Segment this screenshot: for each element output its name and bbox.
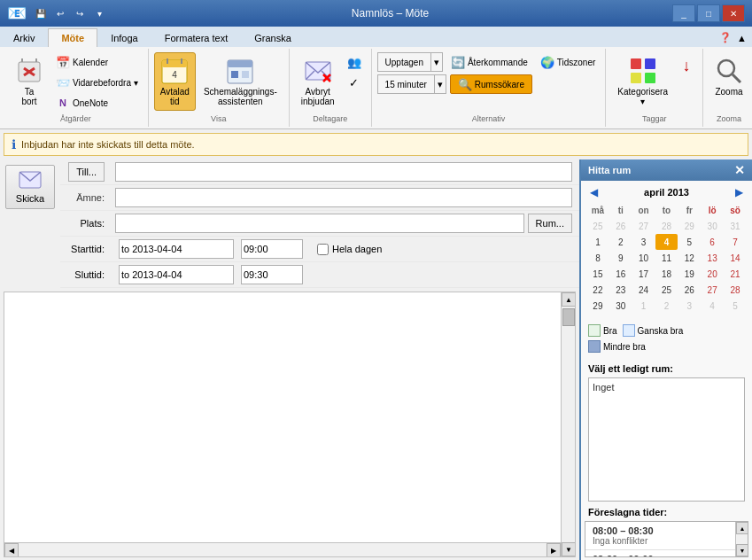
- onenote-btn[interactable]: N OneNote: [51, 93, 143, 113]
- cal-day-28[interactable]: 28: [724, 282, 747, 298]
- cal-day-30[interactable]: 30: [609, 298, 632, 314]
- tab-formatera[interactable]: Formatera text: [151, 28, 242, 47]
- cal-day-25a[interactable]: 25: [586, 218, 609, 234]
- cal-day-28a[interactable]: 28: [655, 218, 678, 234]
- aterkommande-btn[interactable]: 🔄 Återkommande: [446, 52, 532, 72]
- room-list[interactable]: Inget: [588, 377, 745, 502]
- scroll-down-btn[interactable]: ▼: [562, 542, 576, 556]
- cal-day-16[interactable]: 16: [609, 266, 632, 282]
- redo-qa-btn[interactable]: ↪: [71, 4, 89, 22]
- rumssokare-btn[interactable]: 🔍 Rumssökare: [450, 74, 532, 94]
- save-qa-btn[interactable]: 💾: [32, 4, 50, 22]
- amne-input[interactable]: [115, 188, 572, 207]
- undo-qa-btn[interactable]: ↩: [51, 4, 69, 22]
- room-list-item-inget[interactable]: Inget: [593, 382, 740, 393]
- cal-day-3[interactable]: 3: [632, 234, 655, 250]
- cal-day-7[interactable]: 7: [724, 234, 747, 250]
- cal-day-18[interactable]: 18: [655, 266, 678, 282]
- kontrollera-btn[interactable]: ✓: [343, 73, 366, 92]
- ta-bort-btn[interactable]: Tabort: [9, 52, 50, 111]
- cal-day-23[interactable]: 23: [609, 282, 632, 298]
- cal-day-1b[interactable]: 1: [632, 298, 655, 314]
- till-input[interactable]: [115, 162, 572, 182]
- tab-arkiv[interactable]: Arkiv: [0, 28, 48, 47]
- cal-day-29[interactable]: 29: [586, 298, 609, 314]
- cal-day-29a[interactable]: 29: [678, 218, 701, 234]
- cal-day-17[interactable]: 17: [632, 266, 655, 282]
- amne-row: Ämne:: [60, 185, 579, 211]
- end-date-select[interactable]: to 2013-04-04: [119, 265, 234, 284]
- cal-day-2[interactable]: 2: [609, 234, 632, 250]
- start-date-select[interactable]: to 2013-04-04: [119, 239, 234, 259]
- tidszoner-btn[interactable]: 🌍 Tidszoner: [536, 52, 601, 72]
- cal-day-27[interactable]: 27: [701, 282, 724, 298]
- cal-day-27a[interactable]: 27: [632, 218, 655, 234]
- end-time-select[interactable]: 09:30: [241, 265, 303, 284]
- cal-next-btn[interactable]: ▶: [732, 186, 747, 198]
- close-btn[interactable]: ✕: [722, 4, 745, 22]
- cal-day-12[interactable]: 12: [678, 250, 701, 266]
- cal-day-8[interactable]: 8: [586, 250, 609, 266]
- minuter-btn[interactable]: 15 minuter ▾: [377, 74, 446, 94]
- cal-day-1[interactable]: 1: [586, 234, 609, 250]
- flagga-btn[interactable]: ↓: [676, 52, 697, 80]
- avtalad-tid-btn[interactable]: 4 Avtaladtid: [154, 52, 196, 111]
- scroll-up-btn[interactable]: ▲: [562, 292, 576, 307]
- ribbon-group-zooma: Zooma Zooma: [703, 49, 752, 127]
- cal-day-3b[interactable]: 3: [678, 298, 701, 314]
- cal-day-24[interactable]: 24: [632, 282, 655, 298]
- side-panel-close-btn[interactable]: ✕: [734, 163, 745, 177]
- tab-granska[interactable]: Granska: [241, 28, 305, 47]
- cal-day-22[interactable]: 22: [586, 282, 609, 298]
- cal-day-20[interactable]: 20: [701, 266, 724, 282]
- cal-day-14[interactable]: 14: [724, 250, 747, 266]
- cal-day-9[interactable]: 9: [609, 250, 632, 266]
- sugg-scroll-up[interactable]: ▲: [736, 522, 748, 534]
- cal-day-15[interactable]: 15: [586, 266, 609, 282]
- ribbon-expand-icon[interactable]: ▲: [737, 33, 747, 43]
- cal-day-25[interactable]: 25: [655, 282, 678, 298]
- cal-day-4[interactable]: 4: [655, 234, 678, 250]
- customize-qa-btn[interactable]: ▾: [90, 4, 108, 22]
- rum-button[interactable]: Rum...: [528, 214, 572, 233]
- hscroll-right-btn[interactable]: ▶: [547, 543, 561, 557]
- cal-day-19[interactable]: 19: [678, 266, 701, 282]
- upptagen-btn[interactable]: Upptagen ▾: [377, 52, 443, 72]
- vidarebefordra-btn[interactable]: 📨 Vidarebefordra ▾: [51, 73, 143, 92]
- start-time-select[interactable]: 09:00: [241, 239, 303, 259]
- cal-day-26[interactable]: 26: [678, 282, 701, 298]
- cal-prev-btn[interactable]: ◀: [586, 186, 601, 198]
- cal-day-5b[interactable]: 5: [724, 298, 747, 314]
- plats-select[interactable]: [115, 214, 524, 233]
- avbryt-inbjudan-btn[interactable]: Avbrytinbjudan: [295, 52, 341, 111]
- cal-day-2b[interactable]: 2: [655, 298, 678, 314]
- scroll-thumb[interactable]: [562, 308, 575, 326]
- minimize-btn[interactable]: _: [672, 4, 695, 22]
- tab-mote[interactable]: Möte: [48, 28, 97, 47]
- suggested-item-0[interactable]: 08:00 – 08:30 Inga konflikter: [585, 522, 735, 550]
- tab-infoga[interactable]: Infoga: [97, 28, 151, 47]
- cal-day-13[interactable]: 13: [701, 250, 724, 266]
- kalender-btn[interactable]: 📅 Kalender: [51, 52, 143, 72]
- cal-day-4b[interactable]: 4: [701, 298, 724, 314]
- cal-day-10[interactable]: 10: [632, 250, 655, 266]
- adress-btn[interactable]: 👥: [343, 52, 366, 72]
- cal-day-6[interactable]: 6: [701, 234, 724, 250]
- send-button[interactable]: Skicka: [5, 165, 55, 209]
- till-button[interactable]: Till...: [68, 162, 105, 182]
- maximize-btn[interactable]: □: [697, 4, 720, 22]
- suggested-item-1[interactable]: 08:30 – 09:00 Inga konflikter: [585, 550, 735, 556]
- sugg-scroll-down[interactable]: ▼: [736, 544, 748, 556]
- hscroll-left-btn[interactable]: ◀: [4, 543, 19, 557]
- cal-day-31a[interactable]: 31: [724, 218, 747, 234]
- kategorisera-btn[interactable]: Kategorisera ▾: [611, 52, 674, 111]
- cal-day-30a[interactable]: 30: [701, 218, 724, 234]
- zooma-btn[interactable]: Zooma: [709, 52, 749, 101]
- hela-dagen-checkbox[interactable]: [317, 244, 329, 255]
- cal-day-21[interactable]: 21: [724, 266, 747, 282]
- cal-day-5[interactable]: 5: [678, 234, 701, 250]
- cal-day-11[interactable]: 11: [655, 250, 678, 266]
- help-icon[interactable]: ❓: [719, 32, 732, 43]
- cal-day-26a[interactable]: 26: [609, 218, 632, 234]
- schemalaggnings-btn[interactable]: Schemaläggnings-assistenten: [198, 52, 283, 111]
